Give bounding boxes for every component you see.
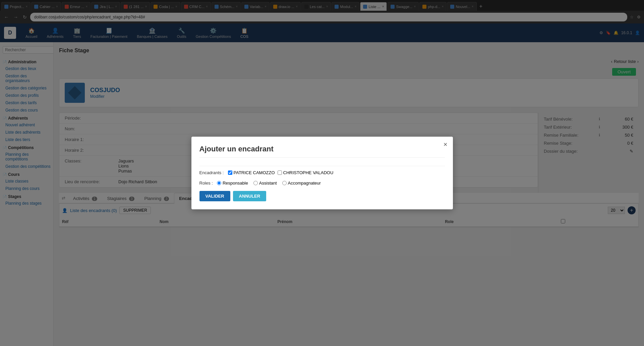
roles-field-label: Roles : [199, 181, 213, 186]
encadrants-field-label: Encadrants : [199, 170, 224, 175]
roles-radio-group: Responsable Assistant Accompagnateur [217, 181, 321, 186]
checkbox-christophe: CHRISTOPHE VALADOU [278, 170, 334, 175]
radio-responsable: Responsable [217, 181, 248, 186]
checkbox-christophe-valadou[interactable] [278, 170, 282, 175]
radio-assistant-input[interactable] [253, 181, 258, 185]
label-patrice-camozzo: PATRICE CAMOZZO [234, 170, 275, 175]
annuler-button[interactable]: ANNULER [233, 191, 267, 201]
modal-actions: VALIDER ANNULER [199, 191, 445, 201]
radio-accompagnateur-input[interactable] [282, 181, 287, 185]
radio-assistant: Assistant [253, 181, 277, 186]
modal-close-button[interactable]: × [444, 141, 448, 148]
modal-ajouter-encadrant: × Ajouter un encadrant Encadrants : PATR… [191, 137, 453, 209]
radio-accompagnateur: Accompagnateur [282, 181, 321, 186]
checkbox-patrice: PATRICE CAMOZZO [228, 170, 275, 175]
checkbox-patrice-camozzo[interactable] [228, 170, 232, 175]
label-christophe-valadou: CHRISTOPHE VALADOU [283, 170, 334, 175]
modal-title: Ajouter un encadrant [199, 145, 445, 158]
radio-responsable-input[interactable] [217, 181, 221, 185]
valider-button[interactable]: VALIDER [199, 191, 230, 201]
modal-field-encadrants: Encadrants : PATRICE CAMOZZO CHRISTOPHE … [199, 170, 445, 175]
modal-field-roles: Roles : Responsable Assistant Accompagna… [199, 181, 445, 186]
modal-overlay[interactable]: × Ajouter un encadrant Encadrants : PATR… [0, 0, 644, 346]
